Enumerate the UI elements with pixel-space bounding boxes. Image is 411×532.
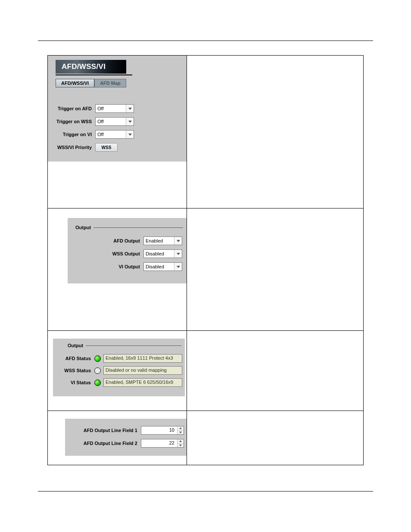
panel-title: AFD/WSS/VI [56,60,126,74]
afd-line-f1-label: AFD Output Line Field 1 [68,428,141,433]
trigger-wss-dropdown[interactable]: Off [95,117,134,126]
status-led-icon [94,367,101,374]
trigger-wss-value: Off [96,119,126,124]
config-table: AFD/WSS/VI AFD/WSS/VI AFD Map Trigger on… [47,55,364,465]
output-heading: Output [75,225,93,230]
chevron-down-icon [174,250,182,258]
afd-line-f1-value: 10 [141,426,177,434]
output-status-group: Output AFD Status Enabled, 16x9 1111 Pro… [53,339,185,396]
output-status-heading: Output [68,343,86,348]
vi-status-label: VI Status [56,380,94,385]
trigger-afd-value: Off [96,106,126,111]
chevron-down-icon [174,237,182,245]
panel-header: AFD/WSS/VI AFD/WSS/VI AFD Map [48,56,187,93]
chevron-down-icon [126,118,134,125]
trigger-vi-value: Off [96,132,126,137]
vi-output-value: Disabled [144,264,174,269]
wss-output-value: Disabled [144,251,174,256]
status-led-icon [94,380,101,386]
caret-down-icon[interactable] [177,444,184,448]
trigger-vi-label: Trigger on VI [50,132,95,137]
tab-afd-wss-vi[interactable]: AFD/WSS/VI [56,79,94,87]
wss-output-dropdown[interactable]: Disabled [143,249,182,258]
priority-toggle[interactable]: WSS [95,143,118,152]
caret-up-icon[interactable] [177,439,184,444]
afd-status-value: Enabled, 16x9 1111 Protect 4x3 [103,354,182,363]
afd-line-f2-spinner[interactable]: 22 [141,439,184,448]
trigger-vi-dropdown[interactable]: Off [95,130,134,139]
tab-row: AFD/WSS/VI AFD Map [56,79,179,87]
afd-output-value: Enabled [144,238,174,243]
trigger-afd-label: Trigger on AFD [50,106,95,111]
trigger-group: Trigger on AFD Off Trigger on WSS Off Tr… [48,93,187,162]
chevron-down-icon [126,105,134,112]
wss-status-value: Disabled or no valid mapping [103,366,182,375]
trigger-afd-dropdown[interactable]: Off [95,104,134,113]
afd-output-dropdown[interactable]: Enabled [143,236,182,245]
afd-line-f2-value: 22 [141,439,177,447]
caret-down-icon[interactable] [177,431,184,435]
wss-status-label: WSS Status [56,368,94,373]
vi-output-label: VI Output [70,264,143,269]
afd-line-f2-label: AFD Output Line Field 2 [68,441,141,446]
afd-output-label: AFD Output [70,238,143,243]
tab-afd-map[interactable]: AFD Map [94,79,126,87]
afd-status-label: AFD Status [56,356,94,361]
vi-output-dropdown[interactable]: Disabled [143,262,182,271]
priority-label: WSS/VI Priority [50,145,95,150]
status-led-icon [94,355,101,362]
chevron-down-icon [174,263,182,271]
afd-line-group: AFD Output Line Field 1 10 AFD Output Li… [65,419,187,456]
output-control-group: Output AFD Output Enabled WSS Output Dis… [68,218,187,283]
wss-output-label: WSS Output [70,251,143,256]
chevron-down-icon [126,131,134,138]
trigger-wss-label: Trigger on WSS [50,119,95,124]
afd-line-f1-spinner[interactable]: 10 [141,426,184,435]
caret-up-icon[interactable] [177,426,184,431]
vi-status-value: Enabled, SMPTE 6 625/50/16x9 [103,378,182,387]
